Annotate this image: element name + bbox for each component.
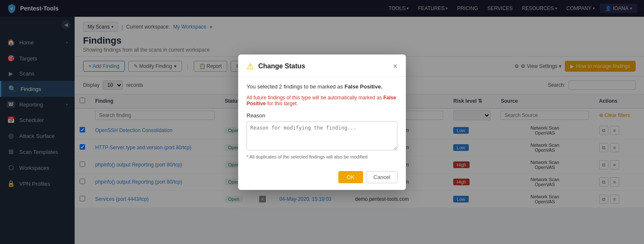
ok-button[interactable]: OK xyxy=(338,171,363,183)
reason-label: Reason xyxy=(247,112,397,119)
modal-close-button[interactable]: × xyxy=(393,62,397,70)
warning-icon: ⚠ xyxy=(247,61,254,71)
modal-title: Change Status xyxy=(258,62,305,70)
cancel-button[interactable]: Cancel xyxy=(366,171,397,183)
modal-overlay: ⚠ Change Status × You selected 2 finding… xyxy=(0,0,644,244)
reason-textarea[interactable] xyxy=(247,121,397,151)
change-status-modal: ⚠ Change Status × You selected 2 finding… xyxy=(238,55,406,190)
modal-info-text: You selected 2 findings to be marked as … xyxy=(247,83,397,90)
modal-warning-text: All future findings of this type will be… xyxy=(247,95,397,106)
modal-note: * All duplicates of the selected finding… xyxy=(247,154,397,159)
